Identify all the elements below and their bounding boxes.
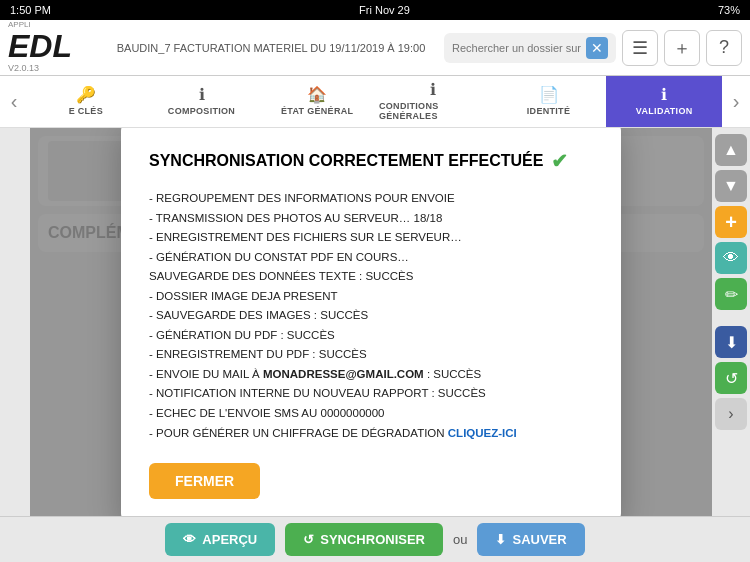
email-bold: MONADRESSE@GMAIL.COM	[263, 368, 424, 380]
header: APPLI EDL V2.0.13 BAUDIN_7 FACTURATION M…	[0, 20, 750, 76]
tab-etat-label: ÉTAT GÉNÉRAL	[281, 106, 353, 116]
modal-line-9: - ENREGISTREMENT DU PDF : SUCCÈS	[149, 345, 593, 365]
center-content: ✏ SIGNER COMPLÉMENTS SYNCHRONISATION COR…	[30, 128, 712, 516]
side-panel-left	[0, 128, 30, 516]
modal-title: SYNCHRONISATION CORRECTEMENT EFFECTUÉE ✔	[149, 149, 593, 173]
synchroniser-label: SYNCHRONISER	[320, 532, 425, 547]
modal-line-10: - ENVOIE DU MAIL À MONADRESSE@GMAIL.COM …	[149, 365, 593, 385]
modal-line-8: - GÉNÉRATION DU PDF : SUCCÈS	[149, 326, 593, 346]
tab-validation-label: VALIDATION	[636, 106, 693, 116]
main-content: ✏ SIGNER COMPLÉMENTS SYNCHRONISATION COR…	[0, 128, 750, 516]
nav-left-arrow[interactable]: ‹	[0, 76, 28, 127]
apercu-label: APERÇU	[202, 532, 257, 547]
modal-line-3: - ENREGISTREMENT DES FICHIERS SUR LE SER…	[149, 228, 593, 248]
ou-label: ou	[453, 532, 467, 547]
logo-version: V2.0.13	[8, 64, 72, 74]
bottom-bar: 👁 APERÇU ↺ SYNCHRONISER ou ⬇ SAUVER	[0, 516, 750, 562]
tab-validation[interactable]: ℹ VALIDATION	[606, 76, 722, 127]
download-button[interactable]: ⬇	[715, 326, 747, 358]
apercu-icon: 👁	[183, 532, 196, 547]
modal-line-7: - SAUVEGARDE DES IMAGES : SUCCÈS	[149, 306, 593, 326]
modal-line-6: - DOSSIER IMAGE DEJA PRESENT	[149, 287, 593, 307]
cliquez-ici-link[interactable]: CLIQUEZ-ICI	[448, 427, 517, 439]
sauver-label: SAUVER	[512, 532, 566, 547]
composition-icon: ℹ	[199, 85, 205, 104]
modal-line-1: - REGROUPEMENT DES INFORMATIONS POUR ENV…	[149, 189, 593, 209]
search-close-button[interactable]: ✕	[586, 37, 608, 59]
etat-icon: 🏠	[307, 85, 327, 104]
sauver-button[interactable]: ⬇ SAUVER	[477, 523, 584, 556]
sync-modal: SYNCHRONISATION CORRECTEMENT EFFECTUÉE ✔…	[121, 128, 621, 516]
cles-icon: 🔑	[76, 85, 96, 104]
tab-cles-label: E CLÉS	[69, 106, 103, 116]
modal-line-5: SAUVEGARDE DES DONNÉES TEXTE : SUCCÈS	[149, 267, 593, 287]
status-battery: 73%	[718, 4, 740, 16]
apercu-button[interactable]: 👁 APERÇU	[165, 523, 275, 556]
logo-area: APPLI EDL V2.0.13	[8, 21, 98, 74]
checkmark-icon: ✔	[551, 149, 568, 173]
add-item-button[interactable]: +	[715, 206, 747, 238]
tab-composition[interactable]: ℹ COMPOSITION	[144, 76, 260, 127]
header-title: BAUDIN_7 FACTURATION MATERIEL DU 19/11/2…	[104, 42, 438, 54]
help-button[interactable]: ?	[706, 30, 742, 66]
search-bar[interactable]: ✕	[444, 33, 616, 63]
tab-conditions-label: CONDITIONS GÉNÉRALES	[379, 101, 487, 121]
tab-conditions[interactable]: ℹ CONDITIONS GÉNÉRALES	[375, 76, 491, 127]
tab-composition-label: COMPOSITION	[168, 106, 235, 116]
identite-icon: 📄	[539, 85, 559, 104]
menu-button[interactable]: ☰	[622, 30, 658, 66]
logo-edl: EDL	[8, 30, 72, 62]
add-button[interactable]: ＋	[664, 30, 700, 66]
scroll-down-button[interactable]: ▼	[715, 170, 747, 202]
modal-footer: FERMER	[149, 463, 593, 499]
sauver-icon: ⬇	[495, 532, 506, 547]
conditions-icon: ℹ	[430, 80, 436, 99]
validation-icon: ℹ	[661, 85, 667, 104]
tab-identite-label: IDENTITÉ	[527, 106, 570, 116]
scroll-up-button[interactable]: ▲	[715, 134, 747, 166]
modal-line-4: - GÉNÉRATION DU CONSTAT PDF EN COURS…	[149, 248, 593, 268]
side-panel-right: ▲ ▼ + 👁 ✏ ⬇ ↺ ›	[712, 128, 750, 516]
nav-right-arrow[interactable]: ›	[722, 76, 750, 127]
nav-tabs-inner: 🔑 E CLÉS ℹ COMPOSITION 🏠 ÉTAT GÉNÉRAL ℹ …	[28, 76, 722, 127]
nav-tabs: ‹ 🔑 E CLÉS ℹ COMPOSITION 🏠 ÉTAT GÉNÉRAL …	[0, 76, 750, 128]
tab-etat-general[interactable]: 🏠 ÉTAT GÉNÉRAL	[259, 76, 375, 127]
fermer-button[interactable]: FERMER	[149, 463, 260, 499]
status-date: Fri Nov 29	[359, 4, 410, 16]
synchroniser-icon: ↺	[303, 532, 314, 547]
refresh-button[interactable]: ↺	[715, 362, 747, 394]
edit-button[interactable]: ✏	[715, 278, 747, 310]
modal-line-2: - TRANSMISSION DES PHOTOS AU SERVEUR… 18…	[149, 209, 593, 229]
modal-title-text: SYNCHRONISATION CORRECTEMENT EFFECTUÉE	[149, 152, 543, 170]
collapse-button[interactable]: ›	[715, 398, 747, 430]
modal-body: - REGROUPEMENT DES INFORMATIONS POUR ENV…	[149, 189, 593, 443]
preview-button[interactable]: 👁	[715, 242, 747, 274]
tab-identite[interactable]: 📄 IDENTITÉ	[491, 76, 607, 127]
modal-overlay: SYNCHRONISATION CORRECTEMENT EFFECTUÉE ✔…	[30, 128, 712, 516]
search-input[interactable]	[452, 42, 582, 54]
status-bar: 1:50 PM Fri Nov 29 73%	[0, 0, 750, 20]
tab-cles[interactable]: 🔑 E CLÉS	[28, 76, 144, 127]
modal-line-11: - NOTIFICATION INTERNE DU NOUVEAU RAPPOR…	[149, 384, 593, 404]
synchroniser-button[interactable]: ↺ SYNCHRONISER	[285, 523, 443, 556]
modal-line-13: - POUR GÉNÉRER UN CHIFFRAGE DE DÉGRADATI…	[149, 424, 593, 444]
status-time: 1:50 PM	[10, 4, 51, 16]
modal-line-12: - ECHEC DE L'ENVOIE SMS AU 0000000000	[149, 404, 593, 424]
